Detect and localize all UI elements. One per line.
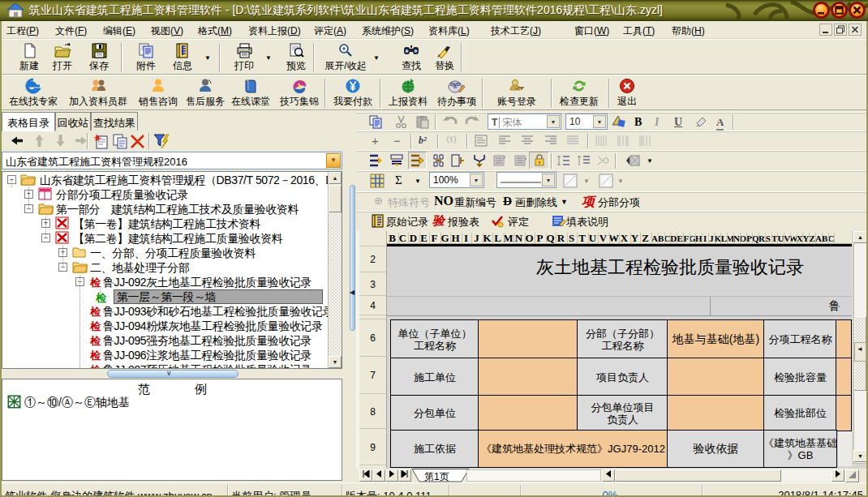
svg-text:R: R <box>557 232 565 244</box>
svg-text:J: J <box>474 232 479 244</box>
svg-text:DVD: DVD <box>450 82 461 87</box>
svg-text:Z: Z <box>810 234 815 243</box>
svg-text:X: X <box>621 232 629 244</box>
svg-text:J: J <box>709 234 714 243</box>
svg-text:I: I <box>464 232 468 244</box>
svg-text:B: B <box>389 232 396 244</box>
svg-text:S: S <box>766 234 771 243</box>
svg-text:Y: Y <box>803 234 810 243</box>
svg-text:D: D <box>670 234 677 243</box>
svg-text:Q: Q <box>546 232 554 244</box>
svg-text:Z: Z <box>642 232 649 244</box>
svg-text:S: S <box>569 232 574 244</box>
svg-text:K: K <box>483 232 492 244</box>
svg-text:C: C <box>399 232 406 244</box>
svg-text:L: L <box>494 232 501 244</box>
svg-text:F: F <box>432 232 438 244</box>
svg-text:D: D <box>410 232 417 244</box>
svg-text:A: A <box>815 234 822 243</box>
svg-text:T: T <box>578 232 586 244</box>
svg-text:E: E <box>677 234 682 243</box>
svg-text:O: O <box>525 232 533 244</box>
svg-text:G: G <box>440 232 449 244</box>
svg-text:H: H <box>695 234 703 243</box>
svg-text:Y: Y <box>631 232 639 244</box>
svg-text:V: V <box>599 232 608 244</box>
svg-text:A: A <box>651 234 658 243</box>
svg-text:I: I <box>703 234 707 243</box>
svg-text:M: M <box>503 232 513 244</box>
svg-text:N: N <box>515 232 523 244</box>
svg-text:R: R <box>758 234 766 243</box>
svg-text:U: U <box>589 232 597 244</box>
svg-text:H: H <box>451 232 459 244</box>
svg-text:E: E <box>420 232 428 244</box>
svg-text:P: P <box>537 232 544 244</box>
